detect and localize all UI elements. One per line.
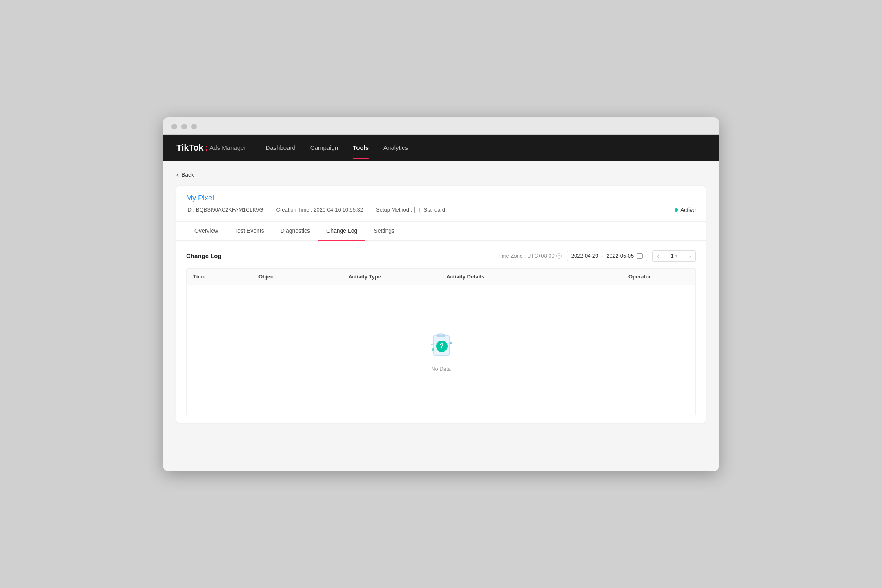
page-next-button[interactable]: › [685, 251, 695, 261]
col-object: Object [252, 269, 342, 285]
col-activity-details: Activity Details [440, 269, 622, 285]
svg-point-9 [450, 342, 452, 344]
tab-diagnostics[interactable]: Diagnostics [272, 222, 318, 241]
col-operator: Operator [622, 269, 695, 285]
svg-rect-5 [439, 333, 443, 335]
svg-point-8 [432, 348, 434, 351]
pixel-header: My Pixel ID : BQBSI90AC2KFAM1CLK9G Creat… [176, 186, 706, 222]
logo: TikTok: Ads Manager [176, 143, 246, 153]
table-header: Time Object Activity Type Activity Detai… [187, 269, 695, 285]
pagination: ‹ 1 ▾ › [652, 250, 696, 262]
pixel-setup-method: Setup Method : Standard [376, 207, 445, 213]
active-dot-icon [675, 208, 678, 212]
active-status: Active [675, 207, 696, 213]
pixel-id: ID : BQBSI90AC2KFAM1CLK9G [186, 207, 263, 213]
col-time: Time [187, 269, 252, 285]
pixel-name: My Pixel [186, 194, 696, 203]
tab-settings[interactable]: Settings [365, 222, 403, 241]
question-icon: ? [556, 253, 562, 259]
date-start: 2022-04-29 [571, 253, 599, 259]
nav-item-analytics[interactable]: Analytics [383, 136, 408, 159]
logo-ads-text: Ads Manager [209, 144, 246, 151]
status-badge: Active [680, 207, 696, 213]
tab-bar: Overview Test Events Diagnostics Change … [176, 222, 706, 241]
svg-point-10 [431, 344, 433, 345]
setup-icon [414, 207, 421, 213]
pixel-card: My Pixel ID : BQBSI90AC2KFAM1CLK9G Creat… [176, 186, 706, 423]
tab-overview[interactable]: Overview [186, 222, 226, 241]
page-prev-button[interactable]: ‹ [653, 251, 663, 261]
page-number: 1 ▾ [666, 251, 682, 261]
browser-window: TikTok: Ads Manager Dashboard Campaign T… [163, 117, 719, 471]
changelog-table: Time Object Activity Type Activity Detai… [186, 268, 696, 416]
changelog-title: Change Log [186, 252, 222, 259]
main-content: Back My Pixel ID : BQBSI90AC2KFAM1CLK9G … [163, 161, 719, 471]
col-activity-type: Activity Type [342, 269, 440, 285]
tab-test-events[interactable]: Test Events [226, 222, 272, 241]
minimize-button[interactable] [181, 124, 187, 129]
maximize-button[interactable] [191, 124, 197, 129]
browser-chrome [163, 117, 719, 135]
changelog-section: Change Log Time Zone : UTC+08:00 ? 2022-… [176, 244, 706, 423]
timezone-label: Time Zone : UTC+08:00 [497, 253, 554, 259]
tab-change-log[interactable]: Change Log [318, 222, 365, 241]
date-separator: - [601, 253, 603, 259]
date-end: 2022-05-05 [607, 253, 634, 259]
close-button[interactable] [172, 124, 177, 129]
browser-content: TikTok: Ads Manager Dashboard Campaign T… [163, 135, 719, 471]
top-nav: TikTok: Ads Manager Dashboard Campaign T… [163, 135, 719, 161]
nav-item-campaign[interactable]: Campaign [310, 136, 338, 159]
timezone-info: Time Zone : UTC+08:00 ? [497, 253, 561, 259]
changelog-header: Change Log Time Zone : UTC+08:00 ? 2022-… [186, 250, 696, 262]
nav-item-tools[interactable]: Tools [353, 136, 369, 159]
calendar-icon [637, 253, 643, 259]
nav-items: Dashboard Campaign Tools Analytics [265, 136, 408, 159]
back-link[interactable]: Back [176, 171, 706, 179]
changelog-controls: Time Zone : UTC+08:00 ? 2022-04-29 - 202… [497, 250, 696, 262]
no-data-text: No Data [431, 366, 451, 372]
pixel-creation-time: Creation Time : 2020-04-16 10:55:32 [276, 207, 363, 213]
pixel-meta: ID : BQBSI90AC2KFAM1CLK9G Creation Time … [186, 207, 696, 213]
logo-tiktok-text: TikTok [176, 143, 203, 153]
no-data-illustration: ? [425, 328, 457, 361]
nav-item-dashboard[interactable]: Dashboard [265, 136, 295, 159]
no-data-container: ? No Data [425, 328, 457, 372]
svg-text:?: ? [440, 343, 444, 350]
table-body: ? No Data [187, 285, 695, 416]
date-range-picker[interactable]: 2022-04-29 - 2022-05-05 [567, 251, 647, 261]
logo-dot: : [205, 143, 208, 153]
